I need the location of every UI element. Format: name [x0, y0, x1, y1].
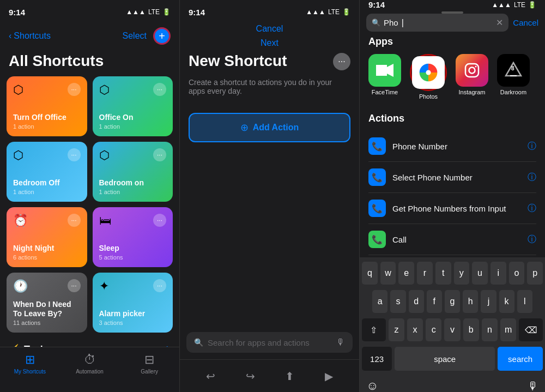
key-j[interactable]: j: [481, 290, 496, 313]
app-instagram[interactable]: Instagram: [456, 54, 488, 100]
more-button[interactable]: ···: [68, 214, 81, 227]
key-i[interactable]: i: [491, 262, 506, 285]
key-q[interactable]: q: [362, 262, 378, 285]
svg-point-5: [475, 66, 477, 68]
card-icon: 🕐: [13, 279, 28, 293]
info-icon[interactable]: ⓘ: [528, 234, 536, 245]
key-f[interactable]: f: [427, 290, 442, 313]
key-h[interactable]: h: [463, 290, 478, 313]
key-x[interactable]: x: [407, 318, 423, 341]
more-button[interactable]: ···: [68, 279, 81, 292]
dictation-key[interactable]: 🎙: [528, 380, 538, 393]
shortcut-when-leave[interactable]: 🕐 ··· When Do I Need To Leave By? 11 act…: [7, 273, 87, 333]
add-shortcut-button[interactable]: +: [153, 27, 171, 45]
key-l[interactable]: l: [517, 290, 532, 313]
action-label: Select Phone Number: [392, 173, 521, 182]
shortcut-alarm-picker[interactable]: ✦ ··· Alarm picker 3 actions: [93, 273, 173, 333]
key-w[interactable]: w: [380, 262, 396, 285]
key-n[interactable]: n: [482, 318, 498, 341]
numbers-key[interactable]: 123: [362, 347, 392, 371]
play-icon[interactable]: ▶: [325, 370, 333, 383]
bottom-bar: ↩ ↪ ⬆ ▶: [180, 359, 359, 392]
key-p[interactable]: p: [527, 262, 543, 285]
key-b[interactable]: b: [463, 318, 479, 341]
tab-automation[interactable]: ⏱ Automation: [60, 353, 120, 375]
card-actions: 1 action: [13, 123, 81, 130]
action-get-phone-numbers[interactable]: 📞 Get Phone Numbers from Input ⓘ: [368, 193, 536, 224]
key-m[interactable]: m: [500, 318, 516, 341]
tab-gallery[interactable]: ⊟ Gallery: [119, 353, 179, 375]
key-c[interactable]: c: [426, 318, 441, 341]
key-z[interactable]: z: [389, 318, 404, 341]
card-top: ⬡ ···: [99, 83, 167, 97]
key-g[interactable]: g: [445, 290, 460, 313]
key-o[interactable]: o: [509, 262, 525, 285]
info-icon[interactable]: ⓘ: [528, 203, 536, 214]
shortcut-turn-off-office[interactable]: ⬡ ··· Turn Off Office 1 action: [7, 76, 87, 136]
tab-my-shortcuts[interactable]: ⊞ My Shortcuts: [0, 353, 60, 375]
key-s[interactable]: s: [390, 290, 405, 313]
key-t[interactable]: t: [435, 262, 451, 285]
app-photos[interactable]: Photos: [410, 54, 447, 100]
shortcut-bedroom-on[interactable]: ⬡ ··· Bedroom on 1 action: [93, 142, 173, 202]
facetime-icon: [368, 54, 401, 87]
info-icon[interactable]: ⓘ: [528, 141, 536, 152]
app-darkroom[interactable]: 8 Darkroom: [497, 54, 530, 100]
card-actions: 1 action: [99, 123, 167, 130]
search-input-bar[interactable]: 🔍 Pho | ✕: [366, 14, 508, 32]
more-button[interactable]: ···: [153, 214, 166, 227]
info-icon[interactable]: ⓘ: [528, 172, 536, 183]
search-icon: 🔍: [194, 338, 203, 347]
key-a[interactable]: a: [372, 290, 387, 313]
more-button[interactable]: ···: [153, 148, 166, 161]
search-key[interactable]: search: [498, 347, 543, 371]
action-label: Get Phone Numbers from Input: [392, 204, 521, 213]
tasks-add-button[interactable]: +: [164, 342, 171, 347]
space-key[interactable]: space: [395, 347, 495, 371]
emoji-key[interactable]: ☺: [366, 379, 378, 392]
card-name: When Do I Need To Leave By?: [13, 300, 81, 318]
key-y[interactable]: y: [454, 262, 470, 285]
gallery-icon: ⊟: [144, 353, 154, 367]
shortcut-office-on[interactable]: ⬡ ··· Office On 1 action: [93, 76, 173, 136]
key-v[interactable]: v: [444, 318, 460, 341]
more-button[interactable]: ···: [153, 279, 166, 292]
card-top: ⏰ ···: [13, 214, 81, 228]
action-select-phone[interactable]: 📞 Select Phone Number ⓘ: [368, 162, 536, 193]
search-bar-bottom[interactable]: 🔍 Search for apps and actions 🎙: [186, 332, 353, 353]
options-button[interactable]: ···: [333, 53, 350, 70]
back-button[interactable]: ‹ Shortcuts: [9, 31, 51, 41]
app-facetime[interactable]: FaceTime: [368, 54, 401, 100]
battery-icon: 🔋: [162, 8, 171, 16]
card-icon: ⬡: [13, 148, 23, 162]
status-bar-3: 9:14 ▲▲▲ LTE 🔋: [360, 0, 545, 9]
add-action-button[interactable]: ⊕ Add Action: [189, 113, 350, 142]
shortcut-bedroom-off[interactable]: ⬡ ··· Bedroom Off 1 action: [7, 142, 87, 202]
spacer-left: [362, 290, 370, 313]
cancel-button[interactable]: Cancel: [256, 24, 283, 34]
actions-section-label: Actions: [368, 113, 536, 124]
app-name: FaceTime: [372, 89, 398, 95]
share-icon[interactable]: ⬆: [285, 370, 294, 383]
back-arrow-icon[interactable]: ↩: [206, 370, 215, 383]
shortcut-night-night[interactable]: ⏰ ··· Night Night 6 actions: [7, 207, 87, 267]
more-button[interactable]: ···: [153, 83, 166, 96]
select-button[interactable]: Select: [123, 31, 147, 41]
more-button[interactable]: ···: [68, 148, 81, 161]
key-u[interactable]: u: [472, 262, 488, 285]
next-button[interactable]: Next: [261, 38, 278, 48]
action-call[interactable]: 📞 Call ⓘ: [368, 224, 536, 255]
key-k[interactable]: k: [499, 290, 514, 313]
key-d[interactable]: d: [409, 290, 424, 313]
shortcut-sleep[interactable]: 🛏 ··· Sleep 5 actions: [93, 207, 173, 267]
search-cancel-button[interactable]: Cancel: [513, 18, 538, 27]
delete-key[interactable]: ⌫: [519, 318, 543, 341]
key-e[interactable]: e: [398, 262, 414, 285]
plus-icon: +: [159, 30, 165, 43]
forward-arrow-icon[interactable]: ↪: [246, 370, 255, 383]
more-button[interactable]: ···: [68, 83, 81, 96]
action-phone-number[interactable]: 📞 Phone Number ⓘ: [368, 131, 536, 162]
key-r[interactable]: r: [417, 262, 433, 285]
shift-key[interactable]: ⇧: [362, 318, 386, 341]
clear-search-button[interactable]: ✕: [496, 17, 503, 28]
